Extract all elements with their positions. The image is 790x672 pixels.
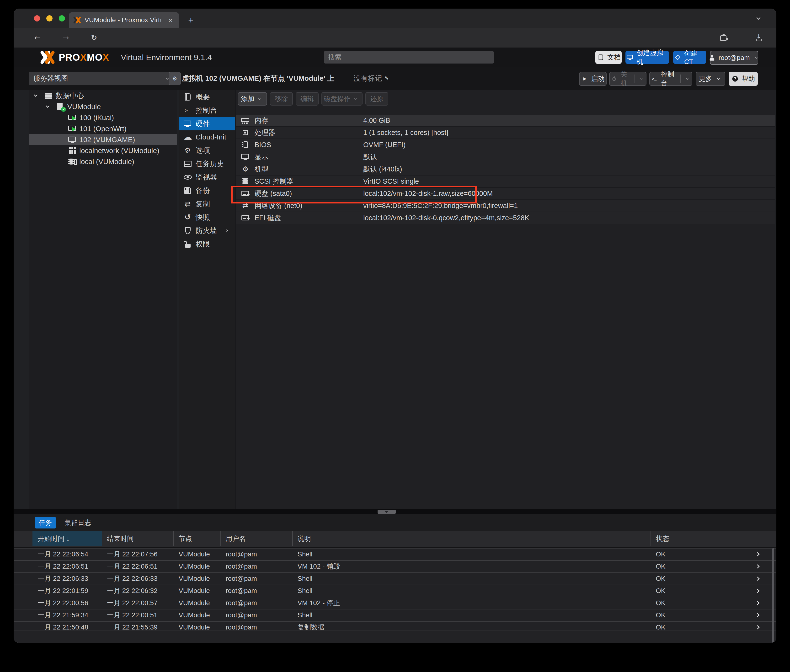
hardware-row[interactable]: 处理器 1 (1 sockets, 1 cores) [host]: [236, 127, 775, 139]
tab-cluster-log[interactable]: 集群日志: [61, 517, 94, 528]
menu-item[interactable]: 快照: [179, 211, 235, 224]
chevron-right-icon[interactable]: [754, 586, 763, 595]
hardware-row[interactable]: 内存 4.00 GiB: [236, 115, 775, 127]
caret-expanded-icon[interactable]: [45, 102, 53, 111]
chevron-down-icon: [256, 96, 262, 102]
tree-item[interactable]: 100 (iKuai): [29, 112, 177, 123]
close-window-button[interactable]: [34, 15, 40, 21]
tree-item-label: localnetwork (VUModule): [79, 147, 159, 155]
panel-splitter[interactable]: [14, 509, 776, 514]
task-row[interactable]: 一月 22 22:01:59 一月 22 22:06:32 VUModule r…: [14, 585, 776, 597]
task-node: VUModule: [173, 597, 225, 608]
tree-item[interactable]: local (VUModule): [29, 156, 177, 167]
chevron-right-icon[interactable]: [754, 611, 763, 620]
menu-item[interactable]: 概要: [179, 90, 235, 104]
minimize-window-button[interactable]: [46, 15, 53, 21]
console-button[interactable]: 控制台: [649, 72, 692, 86]
sort-desc-icon: ↓: [66, 535, 70, 542]
hardware-row[interactable]: 机型 默认 (i440fx): [236, 163, 775, 176]
column-end-time[interactable]: 结束时间: [102, 531, 174, 546]
hardware-row[interactable]: BIOS OVMF (UEFI): [236, 139, 775, 151]
chevron-right-icon[interactable]: [754, 562, 763, 571]
task-row[interactable]: 一月 22 21:59:34 一月 22 22:00:51 VUModule r…: [14, 609, 776, 621]
search-input[interactable]: [324, 51, 494, 64]
tab-tasks[interactable]: 任务: [35, 517, 56, 528]
column-start-time[interactable]: 开始时间 ↓: [32, 531, 102, 546]
chevron-right-icon[interactable]: [754, 598, 763, 608]
column-node[interactable]: 节点: [173, 531, 221, 546]
task-row-clipped: [14, 630, 776, 643]
task-end-time: 一月 22 22:07:56: [102, 549, 179, 560]
chevron-right-icon[interactable]: [754, 550, 763, 559]
start-button[interactable]: 启动: [579, 72, 606, 86]
tree-item[interactable]: 102 (VUMGAME): [29, 134, 177, 145]
user-menu-button[interactable]: root@pam: [710, 51, 758, 65]
menu-item[interactable]: 防火墙: [179, 224, 235, 237]
menu-item[interactable]: Cloud-Init: [179, 130, 235, 144]
tree-indent-spacer: [56, 146, 66, 155]
sidebar-settings-button[interactable]: [169, 72, 181, 85]
new-tab-button[interactable]: +: [185, 14, 197, 26]
task-node: VUModule: [173, 610, 225, 621]
help-button[interactable]: 帮助: [729, 72, 758, 86]
pencil-icon[interactable]: [383, 75, 390, 82]
task-start-time: 一月 22 21:59:34: [32, 610, 107, 621]
tree-item[interactable]: localnetwork (VUModule): [29, 145, 177, 156]
caret-expanded-icon[interactable]: [32, 91, 42, 100]
tree-item-label: 102 (VUMGAME): [79, 136, 135, 144]
zoom-window-button[interactable]: [59, 15, 65, 21]
task-row[interactable]: 一月 22 22:00:56 一月 22 22:00:57 VUModule r…: [14, 597, 776, 609]
reload-icon[interactable]: [90, 33, 99, 42]
task-row[interactable]: 一月 22 22:06:33 一月 22 22:06:33 VUModule r…: [14, 573, 776, 585]
browser-tab[interactable]: VUModule - Proxmox Virtual E ×: [69, 12, 179, 28]
tree-item[interactable]: 101 (OpenWrt): [29, 123, 177, 134]
chevron-right-icon[interactable]: [754, 574, 763, 583]
menu-item[interactable]: 监视器: [179, 171, 235, 184]
menu-item-label: 控制台: [195, 106, 217, 115]
menu-item[interactable]: 备份: [179, 184, 235, 197]
download-icon[interactable]: [754, 33, 763, 42]
task-row[interactable]: 一月 22 22:06:54 一月 22 22:07:56 VUModule r…: [14, 548, 776, 560]
hardware-row[interactable]: 硬盘 (sata0) local:102/vm-102-disk-1.raw,s…: [236, 188, 775, 200]
task-description: Shell: [292, 573, 656, 584]
hardware-row-label: 处理器: [254, 128, 275, 138]
hardware-row-label: BIOS: [254, 141, 271, 149]
shutdown-button: 关机: [609, 72, 646, 86]
tab-close-icon[interactable]: ×: [166, 16, 175, 25]
menu-item[interactable]: 复制: [179, 197, 235, 211]
documentation-button[interactable]: 文档: [595, 51, 622, 64]
menu-item[interactable]: 任务历史: [179, 157, 235, 171]
task-status: OK: [651, 573, 750, 584]
tree-item[interactable]: 数据中心: [29, 90, 177, 101]
hardware-row[interactable]: EFI 磁盘 local:102/vm-102-disk-0.qcow2,efi…: [236, 212, 775, 224]
column-description[interactable]: 说明: [292, 531, 651, 546]
vm-section-menu: 概要 控制台 硬件 Cloud-Init: [179, 90, 235, 509]
menu-item[interactable]: 选项: [179, 144, 235, 157]
back-icon[interactable]: [33, 33, 42, 42]
create-ct-button[interactable]: 创建 CT: [673, 51, 706, 64]
edit-button: 编辑: [296, 92, 318, 106]
tree-item-label: VUModule: [67, 103, 101, 111]
extensions-icon[interactable]: [719, 33, 728, 42]
column-user[interactable]: 用户名: [221, 531, 293, 546]
user-icon: [708, 54, 716, 61]
menu-item[interactable]: 硬件: [179, 117, 235, 130]
splitter-handle[interactable]: [377, 510, 396, 514]
add-button[interactable]: 添加: [238, 92, 267, 106]
menu-item-label: 权限: [195, 239, 210, 249]
tab-search-chevron-icon[interactable]: [754, 14, 763, 23]
tree-item[interactable]: VUModule: [29, 101, 177, 112]
tree-indent-spacer: [56, 124, 66, 133]
view-selector[interactable]: 服务器视图: [29, 72, 174, 85]
menu-item[interactable]: 控制台: [179, 104, 235, 117]
menu-item[interactable]: 权限: [179, 237, 235, 251]
hardware-row[interactable]: 显示 默认: [236, 151, 775, 163]
storage-icon: [68, 157, 77, 166]
tasks-scrollbar[interactable]: [772, 548, 774, 643]
create-vm-button[interactable]: 创建虚拟机: [625, 51, 669, 64]
chevron-right-icon: [224, 228, 230, 234]
task-row[interactable]: 一月 22 22:06:51 一月 22 22:06:51 VUModule r…: [14, 560, 776, 573]
button-divider: [680, 75, 681, 83]
more-button[interactable]: 更多: [696, 72, 725, 86]
column-status[interactable]: 状态: [651, 531, 745, 546]
